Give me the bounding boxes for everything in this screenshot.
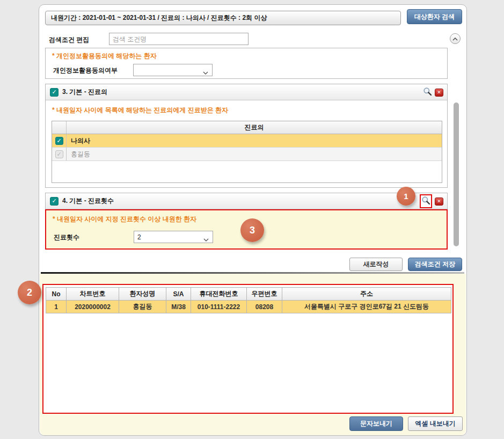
magnifier-icon bbox=[421, 196, 430, 207]
save-condition-button[interactable]: 검색조건 저장 bbox=[408, 258, 462, 271]
cell-zip-code: 08208 bbox=[247, 301, 282, 313]
doctor-row-checkbox[interactable]: ✓ bbox=[55, 137, 63, 145]
col-address[interactable]: 주소 bbox=[282, 288, 451, 301]
chevron-down-icon bbox=[203, 236, 209, 243]
cell-no: 1 bbox=[46, 301, 67, 313]
collapse-panel-button[interactable] bbox=[450, 33, 461, 44]
cell-sex-age: M/38 bbox=[166, 301, 191, 313]
results-area: No 차트번호 환자성명 S/A 휴대전화번호 우편번호 주소 1 202000 bbox=[40, 274, 466, 435]
chevron-down-icon bbox=[203, 69, 208, 76]
visit-count-select-value: 2 bbox=[137, 233, 141, 241]
col-zip-code[interactable]: 우편번호 bbox=[247, 288, 282, 301]
doctor-section-title: 3. 기본 - 진료의 bbox=[62, 87, 107, 97]
visit-count-field-label: 진료횟수 bbox=[54, 233, 79, 242]
doctor-section-description: * 내원일자 사이에 목록에 해당하는 진료의에게 진료받은 환자 bbox=[52, 106, 228, 115]
visit-count-section-header: ✓ 4. 기본 - 진료횟수 ✕ bbox=[46, 193, 447, 209]
annotation-badge-1: 1 bbox=[397, 187, 415, 206]
col-mobile-phone[interactable]: 휴대전화번호 bbox=[191, 288, 247, 301]
target-patient-search-button[interactable]: 대상환자 검색 bbox=[407, 9, 462, 24]
search-summary-text: 내원기간 : 2021-01-01 ~ 2021-01-31 / 진료의 : 나… bbox=[51, 14, 267, 21]
privacy-consent-field-label: 개인정보활용동의여부 bbox=[53, 66, 118, 75]
cell-address: 서울특별시 구로구 경인로67길 21 신도림동 bbox=[282, 301, 451, 313]
doctor-section-remove-button[interactable]: ✕ bbox=[435, 89, 443, 97]
results-list-box: No 차트번호 환자성명 S/A 휴대전화번호 우편번호 주소 1 202000 bbox=[42, 284, 454, 414]
annotation-badge-2: 2 bbox=[18, 281, 41, 304]
cell-mobile-phone: 010-1111-2222 bbox=[191, 301, 247, 313]
col-chart-number[interactable]: 차트번호 bbox=[67, 288, 119, 301]
doctor-row-checkbox[interactable]: ✓ bbox=[55, 150, 63, 158]
visit-count-search-magnifier-button[interactable] bbox=[420, 194, 432, 208]
doctor-section-header: ✓ 3. 기본 - 진료의 ✕ bbox=[46, 84, 447, 100]
doctor-list-row[interactable]: ✓ 나의사 bbox=[52, 134, 442, 148]
doctor-section-checkbox[interactable]: ✓ bbox=[50, 88, 59, 97]
privacy-consent-section: * 개인정보활용동의에 해당하는 환자 개인정보활용동의여부 bbox=[45, 48, 448, 79]
results-header-row: No 차트번호 환자성명 S/A 휴대전화번호 우편번호 주소 bbox=[46, 288, 451, 301]
visit-count-section-description: * 내원일자 사이에 지정 진료횟수 이상 내원한 환자 bbox=[53, 215, 196, 224]
col-no[interactable]: No bbox=[46, 288, 67, 301]
doctor-search-magnifier-button[interactable] bbox=[423, 87, 432, 98]
doctor-list-check-column-header bbox=[52, 121, 67, 134]
doctor-list-name-column-header: 진료의 bbox=[67, 121, 442, 134]
col-sex-age[interactable]: S/A bbox=[166, 288, 191, 301]
new-condition-button[interactable]: 새로작성 bbox=[349, 258, 403, 271]
export-excel-button[interactable]: 엑셀 내보내기 bbox=[408, 416, 463, 431]
results-table: No 차트번호 환자성명 S/A 휴대전화번호 우편번호 주소 1 202000 bbox=[46, 287, 451, 313]
search-summary-bar: 내원기간 : 2021-01-01 ~ 2021-01-31 / 진료의 : 나… bbox=[45, 11, 401, 25]
chevron-up-icon bbox=[452, 35, 458, 42]
doctor-row-name: 홍길동 bbox=[67, 148, 442, 160]
visit-count-section-checkbox[interactable]: ✓ bbox=[50, 197, 59, 206]
privacy-section-description: * 개인정보활용동의에 해당하는 환자 bbox=[52, 52, 157, 61]
doctor-condition-section: ✓ 3. 기본 - 진료의 ✕ * 내원일자 사이에 목록에 해당하는 진료의 bbox=[45, 84, 448, 188]
condition-name-input[interactable] bbox=[109, 33, 249, 45]
cell-patient-name: 홍길동 bbox=[119, 301, 166, 313]
results-row[interactable]: 1 2020000002 홍길동 M/38 010-1111-2222 0820… bbox=[46, 301, 451, 313]
col-patient-name[interactable]: 환자성명 bbox=[119, 288, 166, 301]
doctor-list-row[interactable]: ✓ 홍길동 bbox=[52, 148, 442, 161]
visit-count-select[interactable]: 2 bbox=[134, 231, 213, 243]
conditions-scrollbar[interactable] bbox=[454, 103, 459, 246]
patient-search-screen: 내원기간 : 2021-01-01 ~ 2021-01-31 / 진료의 : 나… bbox=[0, 0, 504, 439]
send-sms-button[interactable]: 문자보내기 bbox=[349, 416, 403, 431]
cell-chart-number: 2020000002 bbox=[67, 301, 119, 313]
doctor-row-name: 나의사 bbox=[67, 134, 442, 147]
privacy-consent-select[interactable] bbox=[133, 64, 213, 76]
magnifier-icon bbox=[423, 87, 432, 98]
annotation-badge-3: 3 bbox=[240, 218, 264, 242]
visit-count-section-remove-button[interactable]: ✕ bbox=[435, 197, 443, 206]
doctor-list-header: 진료의 bbox=[52, 121, 442, 134]
condition-editor-label: 검색조건 편집 bbox=[49, 35, 89, 45]
doctor-list: 진료의 ✓ 나의사 ✓ 홍길동 bbox=[52, 121, 442, 183]
visit-count-section-title: 4. 기본 - 진료횟수 bbox=[62, 196, 114, 206]
